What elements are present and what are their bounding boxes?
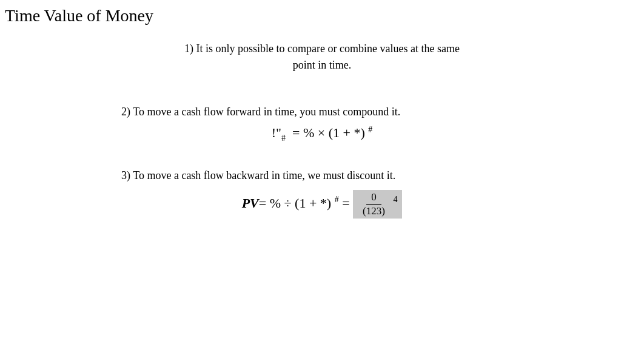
fraction-wrapper: 0 (123) bbox=[358, 191, 390, 217]
rule-2-formula: !"# = % × (1 + *) # bbox=[0, 125, 644, 143]
pv-label: PV bbox=[242, 195, 259, 210]
content-area: 1) It is only possible to compare or com… bbox=[0, 41, 644, 219]
formula3-sup: # bbox=[335, 195, 339, 204]
formula2-sub: # bbox=[281, 134, 286, 143]
fraction-display: 0 (123) 4 bbox=[353, 190, 402, 219]
rule-1-text: 1) It is only possible to compare or com… bbox=[0, 41, 644, 73]
rule-3-formula: PV= % ÷ (1 + *) # = 0 (123) 4 bbox=[0, 190, 644, 219]
formula2-sup: # bbox=[368, 125, 372, 134]
rule-3-block: 3) To move a cash flow backward in time,… bbox=[0, 168, 644, 219]
rule-1-block: 1) It is only possible to compare or com… bbox=[0, 41, 644, 73]
rule-2-block: 2) To move a cash flow forward in time, … bbox=[0, 104, 644, 143]
fraction-numerator: 0 bbox=[366, 191, 381, 205]
rule-2-text: 2) To move a cash flow forward in time, … bbox=[0, 104, 644, 120]
fraction-exponent: 4 bbox=[393, 195, 397, 204]
rule-3-text: 3) To move a cash flow backward in time,… bbox=[0, 168, 644, 184]
page-title: Time Value of Money bbox=[0, 0, 644, 25]
fraction-denominator: (123) bbox=[358, 205, 390, 217]
